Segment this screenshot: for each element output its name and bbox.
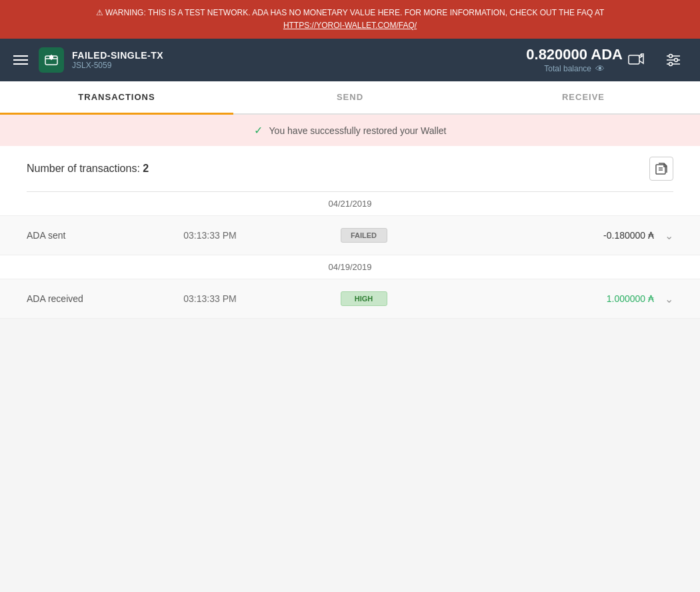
chevron-down-icon[interactable]: ⌄ bbox=[665, 229, 673, 242]
success-check-icon: ✓ bbox=[254, 124, 263, 137]
tx-time: 03:13:33 PM bbox=[183, 230, 340, 241]
settings-sliders-icon bbox=[664, 51, 683, 69]
warning-text: ⚠ WARNING: THIS IS A TEST NETWORK. ADA H… bbox=[96, 8, 605, 17]
tab-send[interactable]: SEND bbox=[233, 81, 467, 113]
tx-amount: -0.180000 ₳ bbox=[497, 230, 654, 241]
nav-tabs: TRANSACTIONS SEND RECEIVE bbox=[0, 81, 700, 115]
send-receive-icon[interactable] bbox=[623, 47, 649, 73]
wallet-name: FAILED-SINGLE-TX bbox=[72, 50, 526, 61]
wallet-icon bbox=[39, 47, 64, 73]
wallet-logo-icon bbox=[43, 52, 59, 68]
table-row[interactable]: ADA sent 03:13:33 PM FAILED -0.180000 ₳ … bbox=[0, 215, 700, 255]
export-icon bbox=[655, 162, 668, 175]
status-badge: FAILED bbox=[341, 228, 387, 243]
success-banner: ✓ You have successfully restored your Wa… bbox=[0, 115, 700, 146]
header: FAILED-SINGLE-TX JSLX-5059 0.820000 ADA … bbox=[0, 39, 700, 81]
date-group-1: 04/21/2019 bbox=[0, 192, 700, 215]
tx-badge: FAILED bbox=[341, 228, 497, 243]
svg-point-10 bbox=[675, 59, 678, 62]
tx-count: Number of transactions: 2 bbox=[27, 163, 149, 175]
wallet-action-icon bbox=[627, 51, 645, 69]
svg-point-9 bbox=[669, 55, 673, 58]
date-group-2: 04/19/2019 bbox=[0, 255, 700, 279]
tx-header: Number of transactions: 2 bbox=[0, 146, 700, 191]
tx-type: ADA received bbox=[27, 293, 183, 304]
eye-icon[interactable]: 👁 bbox=[595, 63, 605, 74]
export-button[interactable] bbox=[649, 157, 673, 181]
table-row[interactable]: ADA received 03:13:33 PM HIGH 1.000000 ₳… bbox=[0, 279, 700, 319]
tx-badge: HIGH bbox=[341, 291, 497, 306]
wallet-info: FAILED-SINGLE-TX JSLX-5059 bbox=[72, 50, 526, 70]
balance-amount: 0.820000 ADA bbox=[526, 46, 623, 63]
svg-point-11 bbox=[669, 63, 673, 66]
main-content: ✓ You have successfully restored your Wa… bbox=[0, 115, 700, 319]
svg-rect-5 bbox=[629, 55, 639, 64]
status-badge: HIGH bbox=[341, 291, 387, 306]
success-message: You have successfully restored your Wall… bbox=[269, 125, 447, 136]
settings-icon[interactable] bbox=[660, 47, 687, 73]
wallet-id: JSLX-5059 bbox=[72, 61, 526, 70]
tab-transactions[interactable]: TRANSACTIONS bbox=[0, 81, 233, 115]
warning-banner: ⚠ WARNING: THIS IS A TEST NETWORK. ADA H… bbox=[0, 0, 700, 39]
balance-label: Total balance 👁 bbox=[526, 63, 623, 74]
tab-receive[interactable]: RECEIVE bbox=[467, 81, 700, 113]
tx-time: 03:13:33 PM bbox=[183, 293, 340, 304]
sidebar-toggle[interactable] bbox=[13, 55, 28, 65]
header-actions bbox=[623, 47, 687, 73]
chevron-down-icon[interactable]: ⌄ bbox=[665, 293, 673, 305]
tx-type: ADA sent bbox=[27, 230, 183, 241]
balance-section: 0.820000 ADA Total balance 👁 bbox=[526, 46, 623, 74]
tx-amount: 1.000000 ₳ bbox=[497, 293, 654, 304]
warning-link[interactable]: HTTPS://YOROI-WALLET.COM/FAQ/ bbox=[283, 21, 417, 30]
